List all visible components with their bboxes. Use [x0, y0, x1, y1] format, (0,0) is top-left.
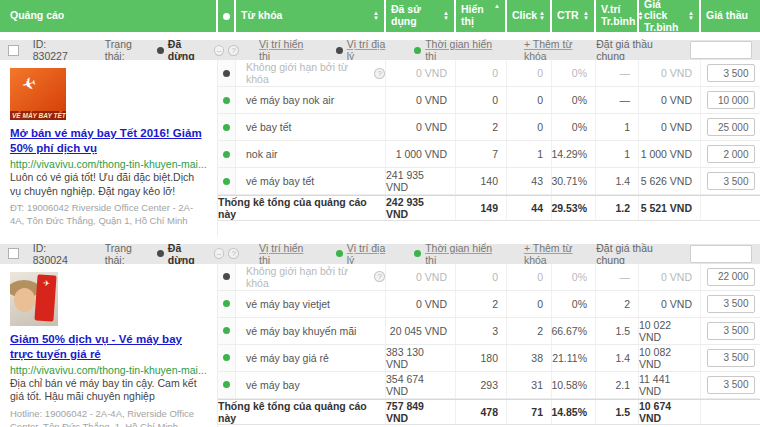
column-header-click[interactable]: Click▲▼: [507, 0, 552, 32]
column-header-status: [218, 0, 236, 32]
pause-icon[interactable]: –: [214, 45, 225, 56]
ad-description: Địa chỉ bán vé máy bay tin cậy. Cam kết …: [10, 377, 207, 404]
keyword-status-dot-icon: [223, 300, 230, 307]
keyword-status-dot-icon: [223, 178, 230, 185]
sort-icon[interactable]: ▲▼: [373, 11, 379, 21]
info-icon[interactable]: ?: [374, 68, 385, 79]
sort-icon[interactable]: ▲▼: [539, 11, 545, 21]
keyword-row: vé máy bay khuyến mãi 20 045 VND 3 2 66.…: [218, 318, 760, 345]
keyword-status-dot-icon: [223, 354, 230, 361]
column-header-avg-position[interactable]: V.trí Tr.bình▲▼: [596, 0, 639, 32]
keyword-row: nok air 1 000 VND 7 1 14.29% 1 1 000 VND: [218, 141, 760, 168]
keyword-status-dot-icon: [223, 124, 230, 131]
ad-status: Trạng thái: Đã dừng – ?: [105, 38, 239, 62]
ad-display-url: http://vivavivu.com/thong-tin-khuyen-mai…: [10, 364, 207, 376]
help-icon[interactable]: ?: [228, 45, 239, 56]
geo-position-link[interactable]: Vị trí địa lý: [336, 38, 394, 62]
ad-address: Hotline: 19006042 - 2A-4A, Riverside Off…: [10, 408, 207, 427]
keyword-status-dot-icon: [223, 327, 230, 334]
column-header-used[interactable]: Đã sử dụng▲▼: [386, 0, 456, 32]
status-stopped-dot-icon: [157, 250, 164, 257]
common-bid-input[interactable]: [690, 245, 752, 263]
keyword-row: vé máy bay nok air 0 VND 0 0 0% — 0 VND: [218, 87, 760, 114]
keyword-status-dot-icon: [223, 97, 230, 104]
column-header-bid: Giá thầu: [701, 0, 760, 32]
common-bid-label: Đặt giá thầu chung: [596, 242, 682, 266]
schedule-link[interactable]: Thời gian hiển thị: [414, 242, 504, 266]
bid-input[interactable]: [707, 145, 755, 163]
select-ad-checkbox[interactable]: [8, 248, 19, 259]
schedule-dot-icon: [414, 250, 421, 257]
bid-input[interactable]: [707, 118, 755, 136]
help-icon[interactable]: ?: [228, 248, 239, 259]
bid-input[interactable]: [707, 172, 755, 190]
select-ad-checkbox[interactable]: [8, 45, 19, 56]
keyword-row: Không giới hạn bởi từ khóa? 0 VND 0 0 0%…: [218, 264, 760, 291]
pause-icon[interactable]: –: [214, 248, 225, 259]
keyword-row: Không giới hạn bởi từ khóa? 0 VND 0 0 0%…: [218, 60, 760, 87]
common-bid-input[interactable]: [690, 41, 752, 59]
schedule-link[interactable]: Thời gian hiển thị: [414, 38, 504, 62]
keyword-row: vé bay tết 0 VND 2 0 0% 1 0 VND: [218, 114, 760, 141]
keyword-row: vé máy bay vietjet 0 VND 2 0 0% 2 0 VND: [218, 291, 760, 318]
ad-title-link[interactable]: Giảm 50% dịch vụ - Vé máy bay trực tuyến…: [10, 332, 207, 362]
column-header-ctr[interactable]: CTR▲▼: [552, 0, 596, 32]
ad-id: ID: 830227: [33, 38, 83, 62]
bid-input[interactable]: [707, 349, 755, 367]
add-keyword-link[interactable]: + Thêm từ khóa: [524, 38, 596, 62]
ad-preview: ✈ Giảm 50% dịch vụ - Vé máy bay trực tuy…: [0, 264, 218, 427]
ad-total-row: Thống kê tổng của quảng cáo này 242 935 …: [218, 195, 760, 221]
ad-block: ID: 830227 Trạng thái: Đã dừng – ? Vị tr…: [0, 40, 760, 236]
sort-icon[interactable]: ▲▼: [583, 11, 589, 21]
ad-block-subheader: ID: 830227 Trạng thái: Đã dừng – ? Vị tr…: [0, 40, 760, 60]
keyword-row: vé máy bay tết 241 935 VND 140 43 30.71%…: [218, 168, 760, 195]
info-icon[interactable]: ?: [374, 271, 385, 282]
ad-status: Trạng thái: Đã dừng – ?: [105, 242, 239, 266]
bid-input[interactable]: [707, 64, 755, 82]
geo-dot-icon: [336, 250, 343, 257]
ad-address: ĐT: 19006042 Riverside Office Center - 2…: [10, 202, 207, 228]
sort-icon[interactable]: ▲▼: [688, 11, 694, 21]
ad-total-row: Thống kê tổng của quảng cáo này 757 849 …: [218, 399, 760, 425]
keyword-status-dot-icon: [223, 381, 230, 388]
column-header-ad: Quảng cáo: [0, 0, 218, 32]
column-header-impressions[interactable]: Hiển thị▲: [456, 0, 507, 32]
ad-thumbnail-image: ✈ VÉ MÁY BAY TẾT: [10, 68, 66, 120]
common-bid-label: Đặt giá thầu chung: [596, 38, 682, 62]
keyword-row: vé máy bay 354 674 VND 293 31 10.58% 2.1…: [218, 372, 760, 399]
column-header-keyword[interactable]: Từ khóa▲▼: [236, 0, 386, 32]
ad-display-url: http://vivavivu.com/thong-tin-khuyen-mai…: [10, 158, 207, 170]
ad-thumbnail-image: ✈: [10, 272, 58, 326]
ad-block: ID: 830024 Trạng thái: Đã dừng – ? Vị tr…: [0, 244, 760, 427]
geo-position-link[interactable]: Vị trí địa lý: [336, 242, 394, 266]
airplane-icon: ✈: [20, 73, 39, 97]
sort-icon[interactable]: ▲▼: [443, 11, 449, 21]
ads-manager-page: Quảng cáo Từ khóa▲▼ Đã sử dụng▲▼ Hiển th…: [0, 0, 760, 427]
bid-input[interactable]: [707, 91, 755, 109]
column-header-avg-cpc[interactable]: Giá click Tr.bình▲▼: [639, 0, 701, 32]
ad-preview: ✈ VÉ MÁY BAY TẾT Mở bán vé máy bay Tết 2…: [0, 60, 218, 236]
display-position-link[interactable]: Vị trí hiển thị: [259, 242, 316, 266]
status-dot-icon: [223, 13, 230, 20]
ad-title-link[interactable]: Mở bán vé máy bay Tết 2016! Giảm 50% phí…: [10, 126, 207, 156]
status-stopped-dot-icon: [157, 47, 164, 54]
bid-input[interactable]: [707, 295, 755, 313]
add-keyword-link[interactable]: + Thêm từ khóa: [524, 242, 596, 266]
ad-id: ID: 830024: [33, 242, 83, 266]
ticket-icon: ✈: [34, 274, 56, 321]
keyword-status-dot-icon: [223, 151, 230, 158]
display-position-link[interactable]: Vị trí hiển thị: [259, 38, 316, 62]
sort-asc-icon[interactable]: ▲: [494, 4, 500, 9]
table-header: Quảng cáo Từ khóa▲▼ Đã sử dụng▲▼ Hiển th…: [0, 0, 760, 32]
ad-description: Luôn có vé giá tốt! Ưu đãi đặc biệt.Dịch…: [10, 171, 207, 198]
bid-input[interactable]: [707, 322, 755, 340]
keyword-status-dot-icon: [223, 273, 230, 280]
schedule-dot-icon: [414, 47, 421, 54]
keyword-status-dot-icon: [223, 70, 230, 77]
keyword-row: vé máy bay giá rẻ 383 130 VND 180 38 21.…: [218, 345, 760, 372]
geo-dot-icon: [336, 47, 343, 54]
bid-input[interactable]: [707, 268, 755, 286]
ad-block-subheader: ID: 830024 Trạng thái: Đã dừng – ? Vị tr…: [0, 244, 760, 264]
bid-input[interactable]: [707, 376, 755, 394]
